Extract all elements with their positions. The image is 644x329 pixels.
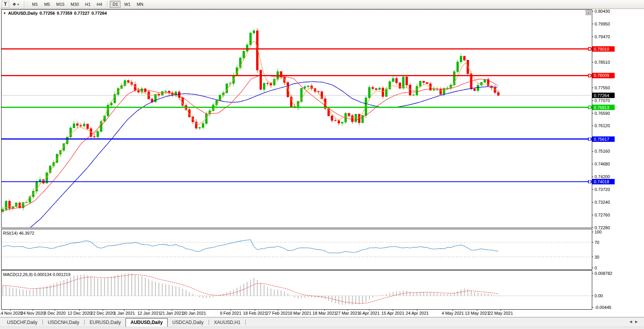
- svg-text:3 Dec 2020: 3 Dec 2020: [44, 311, 66, 315]
- svg-text:21 Jan 2021: 21 Jan 2021: [160, 311, 184, 315]
- svg-text:30: 30: [595, 255, 599, 259]
- macd-axis: 0.0087820.00-0.00445: [592, 271, 612, 310]
- tab-usdcad-daily[interactable]: USDCAD,Daily: [168, 319, 208, 327]
- svg-text:0.74018: 0.74018: [594, 179, 609, 184]
- svg-text:30 Jan 2021: 30 Jan 2021: [183, 311, 206, 315]
- timeframe-h4-button[interactable]: H4: [94, 1, 105, 8]
- svg-text:9 Feb 2021: 9 Feb 2021: [220, 311, 241, 315]
- tab-separator: [42, 320, 43, 325]
- svg-text:0.00: 0.00: [595, 293, 603, 298]
- arrange-tool-button[interactable]: ❖ ▾: [10, 1, 21, 8]
- toolbar: T ❖ ▾ M1 M5 M15 M30 H1 H4 D1 W1 MN: [0, 0, 644, 9]
- svg-text:0.76590: 0.76590: [595, 111, 610, 116]
- price-level-lines: [2, 48, 592, 183]
- chevron-down-icon: ▾: [17, 3, 19, 6]
- tab-eurusd-daily[interactable]: EURUSD,Daily: [85, 319, 126, 327]
- svg-text:12 Jan 2021: 12 Jan 2021: [138, 311, 161, 315]
- timeframe-mn-button[interactable]: MN: [134, 1, 146, 8]
- symbol-menu-icon[interactable]: ▼: [3, 12, 6, 15]
- timeframe-m5-button[interactable]: M5: [41, 1, 53, 8]
- svg-text:0.79470: 0.79470: [595, 34, 610, 39]
- arrange-icon: ❖: [12, 2, 16, 7]
- tab-scroll-left-icon[interactable]: ◀: [629, 320, 635, 324]
- chart-open-value: 0.77256: [39, 11, 55, 15]
- timeframe-m30-button[interactable]: M30: [68, 1, 82, 8]
- tab-xauusd-h1[interactable]: XAUUSD,H1: [209, 319, 245, 327]
- tab-separator: [209, 320, 209, 325]
- main-price-panel: [2, 28, 592, 229]
- chart-close-value: 0.77264: [92, 11, 107, 15]
- svg-text:0.73720: 0.73720: [595, 187, 610, 192]
- svg-text:0: 0: [595, 266, 597, 270]
- svg-text:9 Mar 2021: 9 Mar 2021: [290, 311, 311, 315]
- mt4-window: 0.804300.799500.794700.785100.775500.770…: [0, 0, 644, 329]
- tab-usdcnh-daily[interactable]: USDCNH,Daily: [43, 319, 84, 327]
- svg-text:0.77264: 0.77264: [594, 93, 609, 98]
- text-tool-button[interactable]: T: [2, 1, 9, 8]
- svg-text:0.76120: 0.76120: [595, 123, 610, 128]
- tab-separator: [245, 320, 246, 325]
- chart-header: ▼AUDUSD,Daily0.772560.773590.772270.7726…: [3, 11, 107, 15]
- date-axis: 14 Nov 202024 Nov 20203 Dec 202012 Dec 2…: [0, 309, 513, 315]
- toolbar-grip[interactable]: [24, 1, 27, 7]
- svg-text:4 May 2021: 4 May 2021: [442, 311, 464, 315]
- svg-text:13 May 2021: 13 May 2021: [465, 311, 489, 315]
- timeframe-m15-button[interactable]: M15: [53, 1, 67, 8]
- symbol-tab-bar: USDCHF,Daily USDCNH,Daily EURUSD,Daily A…: [0, 317, 644, 327]
- chart-symbol-label: AUDUSD,Daily: [8, 11, 37, 15]
- rsi-axis: 10070300: [592, 230, 602, 270]
- svg-text:0.79010: 0.79010: [594, 47, 609, 51]
- svg-text:24 Apr 2021: 24 Apr 2021: [406, 311, 428, 315]
- rsi-indicator-label: RSI(14) 46.3972: [3, 231, 34, 235]
- candlestick-series: [2, 28, 500, 214]
- svg-text:1 Jan 2021: 1 Jan 2021: [114, 311, 135, 315]
- svg-text:14 Nov 2020: 14 Nov 2020: [0, 311, 22, 315]
- tab-usdchf-daily[interactable]: USDCHF,Daily: [2, 319, 42, 327]
- svg-text:0.72760: 0.72760: [595, 213, 610, 217]
- status-bar: [0, 327, 644, 329]
- tab-scroll-right-icon[interactable]: ▶: [635, 320, 641, 324]
- tab-audusd-daily[interactable]: AUDUSD,Daily: [126, 318, 168, 327]
- chart-low-value: 0.77227: [74, 11, 90, 15]
- macd-indicator-label: MACD(12,26,9) 0.000134 0.001219: [3, 272, 70, 277]
- price-axis: 0.804300.799500.794700.785100.775500.770…: [592, 9, 615, 230]
- svg-text:27 Mar 2021: 27 Mar 2021: [336, 311, 360, 315]
- svg-text:100: 100: [595, 230, 602, 234]
- panel-borders: [2, 10, 592, 310]
- svg-text:0.79950: 0.79950: [595, 22, 610, 26]
- svg-text:6 Apr 2021: 6 Apr 2021: [359, 311, 379, 315]
- svg-text:22 May 2021: 22 May 2021: [488, 311, 513, 315]
- chart-canvas[interactable]: 0.804300.799500.794700.785100.775500.770…: [0, 0, 644, 329]
- svg-text:27 Feb 2021: 27 Feb 2021: [266, 311, 290, 315]
- timeframe-m1-button[interactable]: M1: [29, 1, 41, 8]
- rsi-panel: [2, 240, 592, 257]
- svg-text:0.77550: 0.77550: [595, 85, 610, 90]
- svg-text:22 Dec 2020: 22 Dec 2020: [91, 311, 115, 315]
- svg-text:24 Nov 2020: 24 Nov 2020: [21, 311, 45, 315]
- svg-text:0.80430: 0.80430: [595, 9, 610, 14]
- tab-separator: [84, 320, 85, 325]
- svg-text:0.74680: 0.74680: [595, 162, 610, 166]
- svg-text:0.75160: 0.75160: [595, 149, 610, 153]
- svg-text:0.76813: 0.76813: [594, 105, 609, 110]
- svg-text:-0.00445: -0.00445: [595, 305, 611, 310]
- svg-text:12 Dec 2020: 12 Dec 2020: [68, 311, 92, 315]
- svg-text:70: 70: [595, 240, 599, 245]
- svg-text:0.75617: 0.75617: [594, 137, 609, 141]
- svg-text:0.74200: 0.74200: [595, 174, 610, 179]
- macd-panel: [2, 273, 592, 305]
- chart-corner-button[interactable]: ▴: [586, 10, 591, 15]
- svg-text:0.78510: 0.78510: [595, 60, 610, 65]
- chart-high-value: 0.77359: [57, 11, 72, 15]
- macd-histogram: [3, 273, 498, 305]
- timeframe-d1-button[interactable]: D1: [110, 1, 121, 8]
- svg-text:0.77070: 0.77070: [595, 98, 610, 103]
- svg-text:15 Apr 2021: 15 Apr 2021: [381, 311, 404, 315]
- timeframe-h1-button[interactable]: H1: [82, 1, 93, 8]
- timeframe-w1-button[interactable]: W1: [121, 1, 133, 8]
- svg-text:0.73240: 0.73240: [595, 200, 610, 205]
- svg-text:18 Mar 2021: 18 Mar 2021: [313, 311, 336, 315]
- svg-text:0.008782: 0.008782: [595, 271, 612, 276]
- toolbar-separator: [107, 1, 107, 7]
- svg-text:0.78009: 0.78009: [594, 73, 609, 78]
